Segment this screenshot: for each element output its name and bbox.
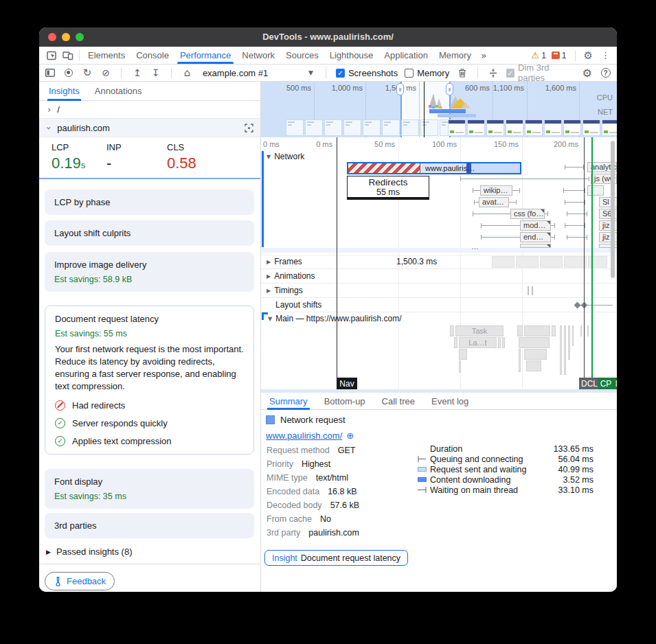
task-block-task[interactable]: Task <box>455 325 504 336</box>
network-request-mod[interactable]: mod… <box>520 220 551 231</box>
collapse-icon[interactable] <box>488 67 499 79</box>
more-options-icon[interactable]: ⋮ <box>598 50 613 60</box>
reload-record-icon[interactable]: ↻ <box>82 67 93 79</box>
record-icon[interactable] <box>63 67 75 79</box>
task-block[interactable] <box>560 325 562 375</box>
settings-gear-icon[interactable]: ⚙ <box>584 49 593 62</box>
frames-track-header[interactable]: ▶ Frames <box>267 257 302 266</box>
timeline-minimap[interactable]: 500 ms1,000 ms1,500 ms600 ms1,100 ms1,60… <box>261 82 617 137</box>
focus-viewport-icon[interactable] <box>245 124 253 135</box>
filmstrip-thumbnail[interactable] <box>506 119 523 136</box>
filmstrip-thumbnail[interactable] <box>525 119 543 136</box>
filmstrip-thumbnail[interactable] <box>420 119 438 136</box>
filmstrip-thumbnail[interactable] <box>305 119 323 136</box>
warnings-badge[interactable]: ⚠ 1 <box>532 50 546 60</box>
tab-annotations[interactable]: Annotations <box>95 82 142 101</box>
tab-insights[interactable]: Insights <box>49 82 80 101</box>
task-block[interactable] <box>564 325 566 375</box>
tab-application[interactable]: Application <box>378 47 433 64</box>
feedback-button[interactable]: Feedback <box>45 572 115 590</box>
task-block[interactable] <box>519 337 550 348</box>
task-block[interactable] <box>459 360 461 373</box>
filmstrip-thumbnail[interactable] <box>602 119 617 136</box>
network-request-wikip[interactable]: wikip… <box>480 185 512 196</box>
filmstrip-thumbnail[interactable] <box>324 119 342 136</box>
tab-bottom-up[interactable]: Bottom-up <box>324 393 365 410</box>
filmstrip-thumbnail[interactable] <box>544 119 562 136</box>
breadcrumb-row[interactable]: › / <box>39 101 260 119</box>
filmstrip-thumbnail[interactable] <box>382 119 400 136</box>
collect-garbage-icon[interactable] <box>456 67 468 79</box>
filmstrip-thumbnail[interactable] <box>563 119 581 136</box>
dock-sidebar-icon[interactable] <box>45 67 56 79</box>
task-block-la-t[interactable]: La…t <box>459 337 497 348</box>
filmstrip-thumbnail[interactable] <box>401 119 419 136</box>
filmstrip-thumbnail[interactable] <box>448 119 466 136</box>
insight-card-3rd-parties[interactable]: 3rd parties <box>45 513 254 538</box>
task-block[interactable] <box>502 337 505 348</box>
filmstrip-thumbnail[interactable] <box>286 119 304 136</box>
track-resize-handle[interactable]: … <box>471 242 479 251</box>
filmstrip-thumbnail[interactable] <box>467 119 485 136</box>
tab-sources[interactable]: Sources <box>280 47 324 64</box>
more-tabs-button[interactable]: » <box>477 47 491 64</box>
dim-3rd-parties-checkbox[interactable]: ✓ Dim 3rd parties <box>506 62 574 83</box>
frame-block[interactable] <box>516 256 539 268</box>
task-block[interactable] <box>580 325 582 336</box>
task-block[interactable] <box>552 325 556 336</box>
network-request-css-fo[interactable]: css (fo… <box>510 209 545 219</box>
capture-settings-gear-icon[interactable]: ⚙ <box>581 67 593 79</box>
task-block[interactable] <box>568 325 570 360</box>
tab-network[interactable]: Network <box>236 47 280 64</box>
network-request-end[interactable]: end… <box>520 232 551 242</box>
insight-card-font-display[interactable]: Font displayEst savings: 35 ms <box>45 469 254 509</box>
insight-card-improve-image-delivery[interactable]: Improve image deliveryEst savings: 58.9 … <box>45 252 254 292</box>
selection-handle-right[interactable]: ‖ <box>446 83 453 95</box>
task-block[interactable] <box>459 349 467 360</box>
screenshots-checkbox[interactable]: ✓ Screenshots <box>336 68 398 78</box>
task-block[interactable] <box>526 360 541 371</box>
task-block[interactable] <box>498 337 501 348</box>
task-block[interactable] <box>517 325 523 336</box>
timings-track-header[interactable]: ▶ Timings <box>267 286 303 295</box>
network-request-avat[interactable]: avat… <box>479 197 509 207</box>
insight-card-document-request-latency[interactable]: Document request latencyEst savings: 55 … <box>45 306 254 455</box>
filmstrip-thumbnail[interactable] <box>363 119 381 136</box>
reveal-request-icon[interactable]: ⊕ <box>346 430 354 441</box>
download-profile-icon[interactable]: ↧ <box>150 67 161 79</box>
network-request[interactable] <box>587 185 604 196</box>
insight-card-lcp-by-phase[interactable]: LCP by phase <box>45 189 254 215</box>
home-icon[interactable]: ⌂ <box>181 67 193 79</box>
tab-event-log[interactable]: Event log <box>431 393 468 410</box>
clear-icon[interactable]: ⊘ <box>100 67 112 79</box>
insight-card-layout-shift-culprits[interactable]: Layout shift culprits <box>45 220 254 246</box>
selection-handle-left[interactable]: ‖ <box>396 83 404 95</box>
site-row[interactable]: › paulirish.com <box>39 119 260 137</box>
filmstrip-thumbnail[interactable] <box>583 119 600 136</box>
task-block[interactable] <box>450 325 454 336</box>
tab-call-tree[interactable]: Call tree <box>382 393 415 410</box>
vertical-scrollbar[interactable] <box>611 141 615 278</box>
task-block[interactable] <box>587 325 589 336</box>
task-block[interactable] <box>454 337 457 348</box>
inspect-icon[interactable] <box>43 47 60 64</box>
passed-insights-toggle[interactable]: ▶ Passed insights (8) <box>46 547 260 557</box>
task-block[interactable] <box>572 325 574 346</box>
request-url-link[interactable]: www.paulirish.com/ <box>266 430 342 441</box>
tab-elements[interactable]: Elements <box>82 47 131 64</box>
filmstrip-thumbnail[interactable] <box>343 119 361 136</box>
tab-summary[interactable]: Summary <box>269 393 308 410</box>
main-track-header[interactable]: ▼ Main — https://www.paulirish.com/ <box>268 314 402 323</box>
upload-profile-icon[interactable]: ↥ <box>131 67 143 79</box>
tab-lighthouse[interactable]: Lighthouse <box>324 47 379 64</box>
tab-console[interactable]: Console <box>131 47 174 64</box>
help-icon[interactable]: ? <box>600 67 611 79</box>
issues-badge[interactable]: 1 <box>552 51 567 60</box>
task-block[interactable] <box>524 349 547 360</box>
network-track-header[interactable]: ▼ Network <box>267 152 304 161</box>
task-block[interactable] <box>519 349 521 372</box>
task-block[interactable] <box>524 325 550 336</box>
tab-memory[interactable]: Memory <box>433 47 477 64</box>
device-toolbar-icon[interactable] <box>60 47 76 64</box>
animations-track-header[interactable]: ▶ Animations <box>267 271 315 281</box>
